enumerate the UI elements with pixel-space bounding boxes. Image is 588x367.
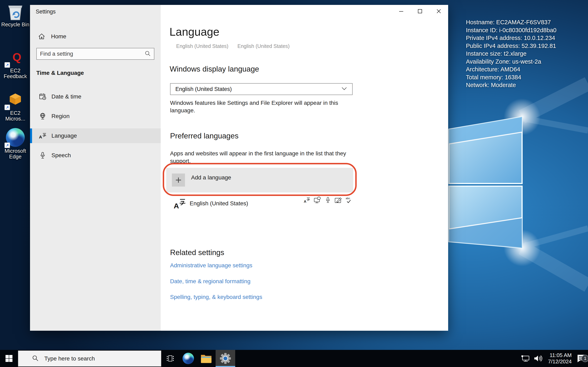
administrative-language-settings-link[interactable]: Administrative language settings (170, 262, 252, 269)
shortcut-arrow-icon (4, 62, 10, 68)
settings-gear-icon (220, 353, 231, 364)
edge-icon (182, 353, 194, 364)
sidebar-item-label: Language (52, 133, 77, 139)
subtitle-label: English (United States) (237, 43, 290, 49)
taskbar-settings-button[interactable] (216, 350, 235, 367)
settings-main-pane: Language English (United States) English… (161, 5, 448, 331)
globe-icon (39, 112, 47, 120)
text-to-speech-icon (314, 197, 321, 203)
volume-tray-icon[interactable] (532, 350, 544, 367)
info-line: Network: Moderate (466, 81, 556, 89)
desktop-icon-label: Recycle Bin (1, 22, 29, 27)
taskbar: 11:05 AM 7/12/2024 1 (0, 350, 588, 367)
language-capability-icons: A (303, 197, 352, 203)
minimize-button[interactable] (392, 5, 411, 17)
page-title: Language (169, 25, 219, 38)
add-language-button[interactable]: + Add a language (166, 168, 353, 192)
translate-icon: A (173, 197, 186, 211)
settings-search-box[interactable] (36, 48, 154, 60)
recycle-bin-icon (6, 3, 25, 22)
svg-text:abc: abc (346, 197, 350, 200)
home-icon (38, 33, 45, 40)
related-settings-heading: Related settings (170, 248, 224, 257)
info-line: Instance size: t2.xlarge (466, 50, 556, 58)
language-name: English (United States) (190, 200, 248, 207)
basic-typing-icon: abc (345, 197, 352, 203)
calendar-clock-icon (39, 93, 47, 100)
taskbar-edge-button[interactable] (179, 350, 197, 367)
desktop-icon-recycle-bin[interactable]: Recycle Bin (0, 3, 31, 27)
ec2-feedback-q-icon: Q (12, 51, 21, 63)
network-tray-icon[interactable] (519, 350, 531, 367)
notification-badge: 1 (581, 355, 588, 362)
clock-date: 7/12/2024 (548, 359, 572, 365)
chevron-down-icon (342, 87, 347, 91)
desktop-icon-label: EC2 (10, 68, 21, 73)
desktop-icon-ec2-feedback[interactable]: Q EC2 Feedback (0, 49, 31, 79)
microphone-icon (39, 151, 47, 159)
preferred-languages-description: Apps and websites will appear in the fir… (170, 150, 350, 165)
display-language-description: Windows features like Settings and File … (170, 99, 339, 114)
add-language-label: Add a language (191, 174, 231, 181)
desktop-icon-label: Feedback (4, 73, 27, 79)
shortcut-arrow-icon (4, 142, 10, 148)
taskbar-file-explorer-button[interactable] (197, 350, 215, 367)
taskbar-search-box[interactable] (18, 350, 161, 367)
search-icon (145, 50, 151, 57)
sidebar-item-label: Date & time (52, 93, 81, 100)
windows-logo-icon (5, 355, 13, 362)
handwriting-icon (335, 197, 342, 203)
sidebar-item-label: Home (51, 33, 66, 40)
svg-text:A: A (304, 200, 306, 203)
spelling-typing-keyboard-settings-link[interactable]: Spelling, typing, & keyboard settings (170, 294, 262, 300)
selected-item-accent-bar (30, 128, 32, 143)
info-line: Instance ID: i-0c80300fd192d8ba0 (466, 26, 556, 34)
display-language-icon: A (303, 197, 311, 203)
info-line: Private IPv4 address: 10.0.12.234 (466, 34, 556, 42)
sidebar-item-region[interactable]: Region (30, 109, 161, 124)
taskbar-clock[interactable]: 11:05 AM 7/12/2024 (543, 350, 572, 367)
desktop-icon-label: Microsoft (4, 148, 26, 154)
svg-text:A: A (174, 202, 179, 210)
info-line: Total memory: 16384 (466, 73, 556, 81)
start-button[interactable] (0, 350, 18, 367)
search-icon (32, 355, 39, 362)
language-list-item[interactable]: A English (United States) A (161, 194, 357, 217)
maximize-button[interactable] (411, 5, 429, 17)
active-app-indicator (216, 366, 235, 367)
plus-icon: + (172, 174, 185, 187)
sidebar-item-date-time[interactable]: Date & time (30, 89, 161, 104)
settings-search-input[interactable] (37, 51, 145, 57)
desktop: Recycle Bin Q EC2 Feedback EC2 Micros... (0, 0, 588, 367)
desktop-icon-ec2-microsoft[interactable]: EC2 Micros... (0, 91, 31, 122)
sidebar-item-speech[interactable]: Speech (30, 148, 161, 163)
shortcut-arrow-icon (4, 105, 10, 110)
settings-sidebar: Settings Home Time & Language (30, 5, 161, 331)
info-line: Availability Zone: us-west-2a (466, 58, 556, 66)
translate-icon: A (39, 132, 47, 140)
desktop-icon-label: Micros... (5, 116, 25, 122)
preferred-languages-heading: Preferred languages (170, 132, 238, 140)
aws-cube-icon (9, 92, 22, 106)
desktop-icon-label: EC2 (10, 110, 21, 116)
settings-window: Settings Home Time & Language (30, 5, 448, 331)
window-caption-buttons (392, 5, 448, 17)
info-line: Architecture: AMD64 (466, 66, 556, 73)
dropdown-value: English (United States) (175, 86, 342, 92)
display-language-dropdown[interactable]: English (United States) (170, 83, 353, 95)
clock-time: 11:05 AM (550, 352, 572, 359)
task-view-button[interactable] (161, 350, 179, 367)
action-center-button[interactable]: 1 (574, 350, 588, 367)
close-button[interactable] (429, 5, 448, 17)
speech-recognition-icon (324, 197, 331, 203)
sidebar-item-language[interactable]: A Language (30, 128, 161, 143)
desktop-icon-microsoft-edge[interactable]: Microsoft Edge (0, 127, 31, 159)
sidebar-item-label: Speech (52, 152, 71, 159)
info-line: Public IPv4 address: 52.39.192.81 (466, 42, 556, 50)
sidebar-section-title: Time & Language (36, 70, 84, 76)
display-language-heading: Windows display language (170, 65, 259, 73)
sidebar-item-label: Region (52, 113, 70, 119)
date-time-regional-formatting-link[interactable]: Date, time & regional formatting (170, 278, 251, 285)
sidebar-item-home[interactable]: Home (30, 30, 161, 43)
taskbar-search-input[interactable] (44, 355, 161, 362)
